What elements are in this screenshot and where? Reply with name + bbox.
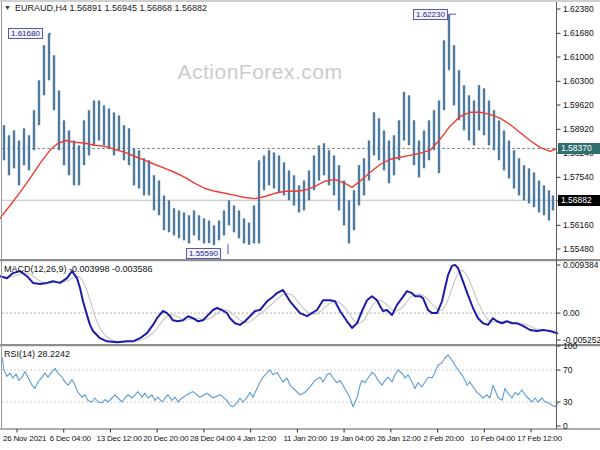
- time-axis-label: 17 Feb 12:00: [517, 434, 562, 443]
- time-axis-label: 19 Jan 04:00: [330, 434, 374, 443]
- price-tick-label: 1.58920: [563, 124, 594, 134]
- time-axis-label: 20 Dec 20:00: [143, 434, 188, 443]
- price-tick-label: 1.56160: [563, 220, 594, 230]
- collapse-arrow-icon[interactable]: ▼: [4, 4, 11, 11]
- macd-panel[interactable]: [2, 262, 557, 344]
- price-tick-label: 1.62380: [563, 4, 594, 14]
- rsi-tick-label: 70: [563, 365, 572, 375]
- time-axis-label: 11 Jan 20:00: [283, 434, 326, 443]
- price-tick-label: 1.57540: [563, 172, 594, 182]
- panel-separator: [0, 259, 600, 261]
- current-price-badge: 1.56882: [558, 195, 600, 206]
- macd-tick-label: 0.009384: [563, 260, 598, 270]
- price-tick-label: 1.55480: [563, 244, 594, 254]
- time-axis-label: 26 Jan 12:00: [377, 434, 421, 443]
- price-tick-label: 1.61000: [563, 52, 594, 62]
- chart-window: ActionForex.com ▼EURAUD,H4 1.56891 1.569…: [0, 0, 600, 450]
- rsi-indicator-label: RSI(14) 28.2242: [4, 349, 70, 359]
- time-axis-label: 6 Dec 04:00: [50, 434, 91, 443]
- rsi-panel[interactable]: [2, 347, 557, 429]
- symbol-ohlc-text: EURAUD,H4 1.56891 1.56945 1.56868 1.5688…: [15, 3, 207, 13]
- time-axis-label: 13 Dec 12:00: [96, 434, 141, 443]
- time-axis-label: 28 Dec 04:00: [190, 434, 235, 443]
- time-axis-label: 10 Feb 04:00: [470, 434, 515, 443]
- main-chart-panel[interactable]: [2, 2, 557, 259]
- time-axis-label: 26 Nov 2021: [3, 434, 46, 443]
- rsi-tick-label: 30: [563, 397, 572, 407]
- price-tick-label: 1.61680: [563, 28, 594, 38]
- time-axis-label: 2 Feb 20:00: [424, 434, 465, 443]
- time-axis-label: 4 Jan 12:00: [237, 434, 277, 443]
- symbol-header: ▼EURAUD,H4 1.56891 1.56945 1.56868 1.568…: [4, 3, 207, 13]
- price-tick-label: 1.60300: [563, 76, 594, 86]
- rsi-tick-label: 0: [563, 421, 568, 431]
- price-annotation-label[interactable]: 1.62230: [413, 9, 448, 20]
- macd-indicator-label: MACD(12,26,9) -0.003998 -0.003586: [4, 264, 153, 274]
- panel-separator: [0, 344, 600, 346]
- price-tick-label: 1.59620: [563, 100, 594, 110]
- ma-value-badge: 1.58370: [558, 143, 600, 154]
- price-annotation-label[interactable]: 1.61680: [8, 28, 43, 39]
- rsi-tick-label: 100: [563, 341, 577, 351]
- macd-tick-label: 0.00: [563, 308, 580, 318]
- price-annotation-label[interactable]: 1.55590: [186, 248, 221, 259]
